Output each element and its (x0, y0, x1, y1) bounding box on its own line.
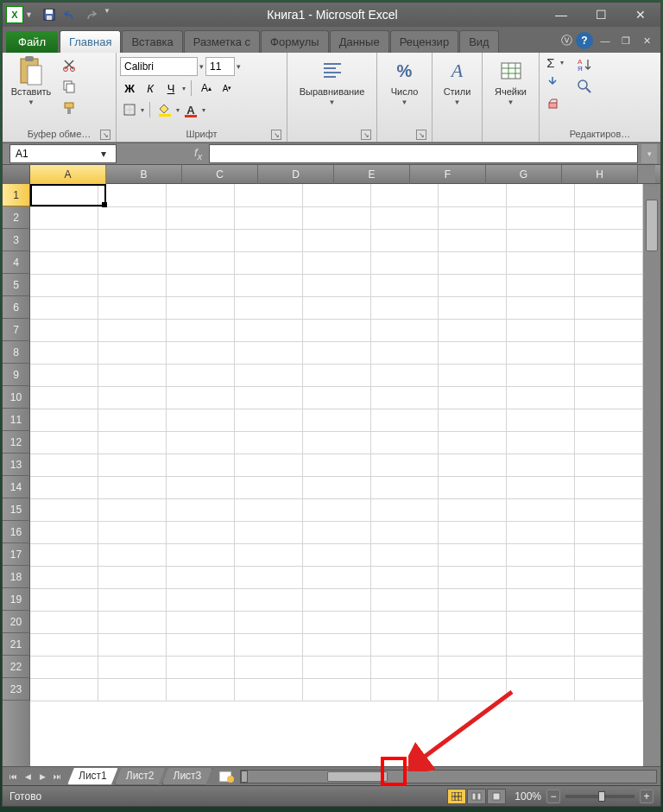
cell[interactable] (575, 656, 643, 678)
sheet-tab[interactable]: Лист3 (162, 768, 213, 785)
column-header[interactable]: G (486, 165, 562, 184)
cell[interactable] (30, 364, 98, 386)
ribbon-minimize-icon[interactable]: ⓥ (561, 33, 572, 48)
font-launcher[interactable]: ↘ (271, 130, 281, 140)
cell[interactable] (370, 364, 439, 386)
row-header[interactable]: 5 (3, 274, 30, 296)
cell[interactable] (302, 274, 370, 296)
cell[interactable] (439, 341, 507, 364)
column-header[interactable]: E (334, 165, 410, 184)
fill-color-button[interactable] (155, 100, 174, 119)
cell-grid[interactable] (30, 184, 643, 766)
cell[interactable] (302, 431, 370, 454)
cell[interactable] (234, 206, 302, 229)
cell[interactable] (234, 521, 302, 543)
font-color-button[interactable]: A (181, 100, 200, 119)
cell[interactable] (507, 206, 575, 229)
sort-filter-button[interactable]: АЯ (572, 55, 597, 74)
help-button[interactable]: ? (576, 32, 593, 49)
cell[interactable] (234, 543, 302, 566)
styles-button[interactable]: A Стили ▼ (436, 55, 478, 108)
cell[interactable] (30, 229, 98, 251)
insert-function-button[interactable]: fx (187, 146, 209, 162)
cell[interactable] (507, 341, 575, 364)
row-header[interactable]: 9 (3, 364, 30, 386)
cell[interactable] (575, 588, 643, 611)
cell[interactable] (439, 274, 507, 296)
row-header[interactable]: 22 (3, 656, 30, 678)
column-header[interactable]: F (410, 165, 486, 184)
cell[interactable] (98, 364, 167, 386)
cell[interactable] (234, 588, 302, 611)
view-page-layout-button[interactable] (467, 789, 486, 804)
vertical-scrollbar[interactable] (643, 184, 660, 766)
cell[interactable] (30, 274, 98, 296)
cell[interactable] (302, 656, 370, 678)
cell[interactable] (167, 521, 235, 543)
cell[interactable] (98, 476, 167, 498)
cell[interactable] (370, 319, 439, 341)
view-page-break-button[interactable] (487, 789, 506, 804)
tab-formulas[interactable]: Формулы (261, 30, 329, 53)
cell[interactable] (30, 633, 98, 656)
app-menu-arrow-icon[interactable]: ▼ (25, 10, 33, 19)
row-header[interactable]: 1 (3, 184, 30, 206)
cell[interactable] (302, 184, 370, 206)
cell[interactable] (98, 409, 167, 431)
fill-button[interactable] (543, 73, 562, 92)
autosum-icon[interactable]: Σ (543, 55, 559, 70)
cell[interactable] (507, 229, 575, 251)
cell[interactable] (439, 656, 507, 678)
row-header[interactable]: 6 (3, 296, 30, 319)
cell[interactable] (302, 386, 370, 409)
row-header[interactable]: 17 (3, 543, 30, 566)
copy-button[interactable] (60, 77, 79, 96)
cell[interactable] (370, 341, 439, 364)
cell[interactable] (30, 341, 98, 364)
cell[interactable] (507, 476, 575, 498)
row-header[interactable]: 4 (3, 251, 30, 274)
cell[interactable] (167, 678, 235, 701)
cell[interactable] (234, 251, 302, 274)
cell[interactable] (30, 656, 98, 678)
cell[interactable] (370, 409, 439, 431)
cell[interactable] (370, 543, 439, 566)
name-box[interactable]: A1 ▾ (9, 144, 117, 163)
cell[interactable] (98, 521, 167, 543)
cell[interactable] (439, 588, 507, 611)
cell[interactable] (370, 656, 439, 678)
cell[interactable] (575, 341, 643, 364)
sheet-tab[interactable]: Лист2 (115, 768, 166, 785)
column-header[interactable]: C (182, 165, 258, 184)
cell[interactable] (98, 184, 167, 206)
cell[interactable] (234, 431, 302, 454)
row-header[interactable]: 16 (3, 521, 30, 543)
cell[interactable] (234, 611, 302, 633)
cell[interactable] (30, 319, 98, 341)
tab-view[interactable]: Вид (459, 30, 499, 53)
cell[interactable] (370, 521, 439, 543)
cell[interactable] (507, 386, 575, 409)
cell[interactable] (30, 566, 98, 588)
cell[interactable] (439, 431, 507, 454)
formula-input[interactable] (209, 144, 638, 163)
cell[interactable] (370, 476, 439, 498)
cell[interactable] (234, 341, 302, 364)
cell[interactable] (370, 566, 439, 588)
sheet-nav-prev-icon[interactable]: ◀ (21, 770, 35, 783)
row-header[interactable]: 23 (3, 678, 30, 701)
cell[interactable] (234, 678, 302, 701)
cell[interactable] (439, 566, 507, 588)
cell[interactable] (370, 431, 439, 454)
cell[interactable] (439, 454, 507, 476)
cell[interactable] (302, 588, 370, 611)
name-box-dropdown-icon[interactable]: ▾ (97, 148, 110, 160)
sheet-nav-first-icon[interactable]: ⏮ (6, 770, 20, 783)
cell[interactable] (167, 409, 235, 431)
cell[interactable] (30, 386, 98, 409)
cell[interactable] (30, 251, 98, 274)
cell[interactable] (302, 476, 370, 498)
cell[interactable] (507, 611, 575, 633)
cell[interactable] (167, 319, 235, 341)
cell[interactable] (98, 229, 167, 251)
